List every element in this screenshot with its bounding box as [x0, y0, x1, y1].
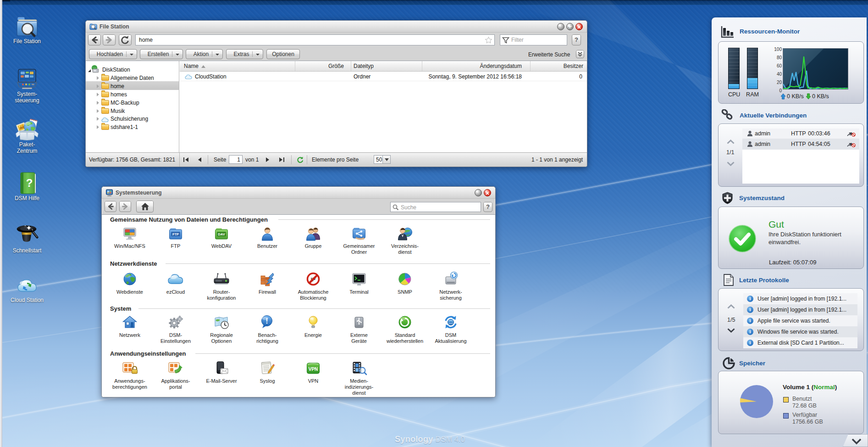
- svg-text:DAV: DAV: [218, 232, 225, 236]
- svg-text:VPN: VPN: [309, 367, 318, 372]
- svg-text:FTP: FTP: [172, 232, 179, 236]
- svg-text:?: ?: [26, 177, 33, 189]
